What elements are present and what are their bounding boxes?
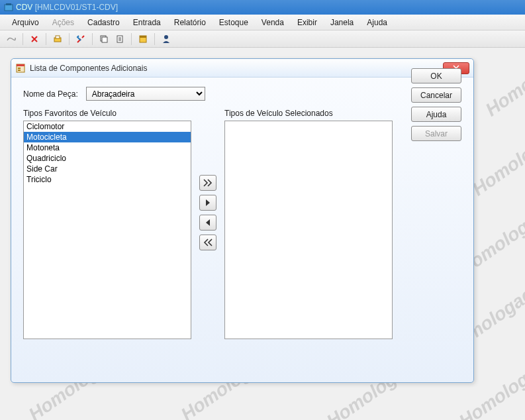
menu-exibir[interactable]: Exibir [291,16,324,29]
part-name-row: Nome da Peça: Abraçadeira [23,87,461,101]
move-right-button[interactable] [199,195,216,211]
svg-rect-11 [17,64,24,66]
svg-rect-12 [18,68,21,69]
ok-button[interactable]: OK [411,68,461,83]
toolbar-separator [69,33,70,45]
toolbar-user-icon[interactable] [159,32,173,46]
menu-entrada[interactable]: Entrada [126,16,167,29]
toolbar-copy-icon[interactable] [97,32,111,46]
menu-arquivo[interactable]: Arquivo [5,16,46,29]
toolbar [0,30,525,48]
dialog-titlebar[interactable]: Lista de Componentes Adicionais [11,59,473,78]
toolbar-separator [23,33,23,45]
menu-acoes: Ações [46,16,81,29]
list-item[interactable]: Quadriciclo [24,153,191,164]
favorites-column: Tipos Favoritos de Veículo Ciclomotor Mo… [23,109,191,339]
app-titlebar: CDV [HMLCDV01/ST1-CDV] [0,0,525,15]
svg-rect-3 [56,36,60,38]
svg-point-9 [164,35,168,39]
dialog-form-icon [15,63,26,74]
help-button[interactable]: Ajuda [411,107,461,122]
arrow-buttons-column [199,175,216,250]
svg-rect-8 [140,36,146,38]
toolbar-page-icon[interactable] [113,32,127,46]
toolbar-print-icon[interactable] [50,32,65,46]
toolbar-separator [92,33,93,45]
double-arrow-right-icon [203,179,213,187]
toolbar-tools-icon[interactable] [73,32,88,46]
dialog-componentes-adicionais: Lista de Componentes Adicionais Nome da … [11,58,474,383]
toolbar-btn-1[interactable] [4,32,19,46]
svg-rect-13 [18,70,21,71]
toolbar-delete-icon[interactable] [27,32,42,46]
app-title-bracket: [HMLCDV01/ST1-CDV] [35,3,118,12]
svg-rect-1 [6,3,11,5]
menu-ajuda[interactable]: Ajuda [360,16,394,29]
menubar: Arquivo Ações Cadastro Entrada Relatório… [0,15,525,30]
part-name-label: Nome da Peça: [23,89,78,99]
menu-relatorio[interactable]: Relatório [167,16,213,29]
toolbar-separator [46,33,46,45]
move-all-right-button[interactable] [199,175,216,191]
dialog-buttons-column: OK Cancelar Ajuda Salvar [411,68,461,141]
toolbar-separator [154,33,155,45]
double-arrow-left-icon [203,238,213,246]
dual-list-container: Tipos Favoritos de Veículo Ciclomotor Mo… [23,109,461,339]
menu-estoque[interactable]: Estoque [213,16,255,29]
toolbar-separator [131,33,132,45]
cancel-button[interactable]: Cancelar [411,87,461,103]
part-name-select[interactable]: Abraçadeira [86,87,205,101]
svg-rect-0 [5,5,13,11]
menu-cadastro[interactable]: Cadastro [81,16,126,29]
favorites-list-label: Tipos Favoritos de Veículo [23,109,191,118]
client-area: Lista de Componentes Adicionais Nome da … [0,48,525,420]
save-button: Salvar [411,126,461,141]
move-left-button[interactable] [199,215,216,231]
selected-column: Tipos de Veículo Selecionados [224,109,393,339]
list-item[interactable]: Side Car [24,164,191,174]
toolbar-window-icon[interactable] [136,32,150,46]
list-item[interactable]: Triciclo [24,174,191,185]
list-item[interactable]: Motocicleta [24,132,191,142]
dialog-body: Nome da Peça: Abraçadeira Tipos Favorito… [11,78,473,382]
arrow-left-icon [204,219,212,227]
move-all-left-button[interactable] [199,235,216,250]
selected-list-label: Tipos de Veículo Selecionados [224,109,393,118]
app-title-prefix: CDV [16,3,32,12]
svg-rect-5 [102,37,107,42]
menu-janela[interactable]: Janela [324,16,360,29]
app-title: CDV [HMLCDV01/ST1-CDV] [16,3,118,12]
list-item[interactable]: Ciclomotor [24,121,191,132]
selected-listbox[interactable] [224,121,393,339]
dialog-title: Lista de Componentes Adicionais [30,64,443,73]
app-icon [4,3,13,12]
list-item[interactable]: Motoneta [24,142,191,153]
menu-venda[interactable]: Venda [255,16,291,29]
favorites-listbox[interactable]: Ciclomotor Motocicleta Motoneta Quadrici… [23,121,191,339]
arrow-right-icon [204,199,212,207]
